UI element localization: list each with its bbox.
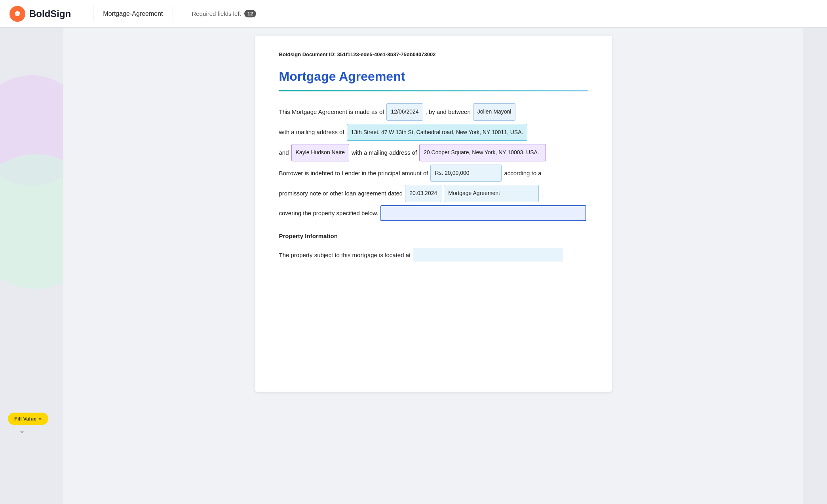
document-area[interactable]: Boldsign Document ID: 351f1123-ede5-40e1… [63,28,803,504]
required-fields-label: Required fields left [192,10,241,17]
date-field-1[interactable]: 12/06/2024 [386,103,423,121]
line5-suffix: , [541,186,543,201]
left-sidebar: Fill Value » ⌄ [0,28,63,504]
header-divider-2 [173,6,173,22]
doc-line-6: covering the property specified below. [279,205,588,221]
document-paper: Boldsign Document ID: 351f1123-ede5-40e1… [255,36,612,392]
document-main-title: Mortgage Agreement [279,69,588,84]
fill-value-button[interactable]: Fill Value » [8,413,48,425]
line3-prefix: and [279,146,289,160]
line7-prefix: The property subject to this mortgage is… [279,248,411,262]
doc-line-2: with a mailing address of 13th Street. 4… [279,124,588,141]
line1-mid: , by and between [426,105,471,119]
amount-field[interactable]: Rs. 20,00,000 [430,165,502,182]
covering-field[interactable] [380,205,586,221]
doc-line-4: Borrower is indebted to Lender in the pr… [279,165,588,182]
line4-suffix: according to a [504,166,541,180]
address2-field[interactable]: 20 Cooper Square, New York, NY 10003, US… [419,144,546,161]
property-info-header: Property Information [279,229,588,243]
header: BoldSign Mortgage-Agreement Required fie… [0,0,827,28]
document-id-line: Boldsign Document ID: 351f1123-ede5-40e1… [279,51,588,57]
line3-mid: with a mailing address of [352,146,417,160]
doc-line-5: promissory note or other loan agreement … [279,185,588,202]
line4-prefix: Borrower is indebted to Lender in the pr… [279,166,428,180]
line5-prefix: promissory note or other loan agreement … [279,186,403,201]
header-divider [93,6,93,22]
document-title-underline [279,90,588,91]
logo-area: BoldSign [10,6,71,22]
logo-icon [10,6,25,22]
doc-line-3: and Kayle Hudson Naire with a mailing ad… [279,144,588,161]
decorative-circle-green [0,154,63,289]
required-fields-badge: 12 [244,10,256,17]
fill-value-arrow-right: » [39,416,42,422]
name2-field[interactable]: Kayle Hudson Naire [291,144,350,161]
fill-value-arrow: ⌄ [19,426,25,435]
name1-field[interactable]: Jollen Mayoni [473,103,516,121]
line6-prefix: covering the property specified below. [279,206,378,220]
required-fields-area: Required fields left 12 [192,10,257,17]
right-sidebar [803,28,827,504]
main-layout: Fill Value » ⌄ Boldsign Document ID: 351… [0,28,827,504]
fill-value-label: Fill Value [14,416,36,422]
document-body: This Mortgage Agreement is made as of 12… [279,103,588,262]
doc-line-7: The property subject to this mortgage is… [279,248,588,262]
logo-text: BoldSign [29,8,71,19]
property-location-field[interactable] [413,248,563,262]
address1-field[interactable]: 13th Street. 47 W 13th St, Cathedral roa… [347,124,528,141]
document-title: Mortgage-Agreement [103,10,163,17]
line1-prefix: This Mortgage Agreement is made as of [279,105,384,119]
line2-prefix: with a mailing address of [279,125,344,139]
agreement-type-field[interactable]: Mortgage Agreement [444,185,539,202]
date2-field[interactable]: 20.03.2024 [405,185,441,202]
doc-line-1: This Mortgage Agreement is made as of 12… [279,103,588,121]
